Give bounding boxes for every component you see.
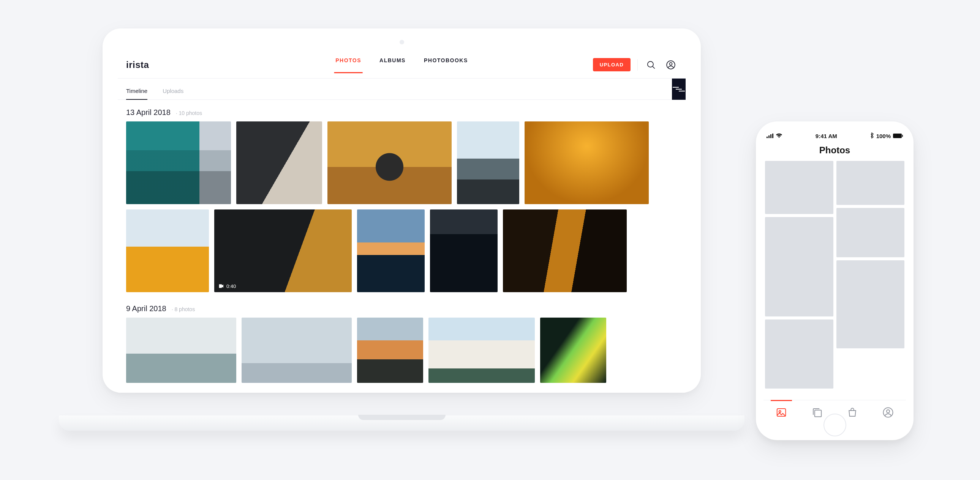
photo-thumb-honey[interactable] [525, 121, 649, 204]
photo-thumb-autumn[interactable] [328, 121, 452, 204]
photo-thumb-snow-girl[interactable] [837, 260, 905, 349]
photo-thumb-town[interactable] [428, 318, 535, 383]
nav-photos[interactable]: PHOTOS [336, 57, 361, 73]
photo-thumb-street[interactable] [126, 121, 231, 204]
thumb-group [126, 318, 677, 383]
upload-button[interactable]: UPLOAD [593, 58, 630, 71]
date-group-header: 9 April 2018 8 photos [126, 304, 677, 313]
separator [637, 59, 638, 71]
svg-point-11 [779, 410, 781, 412]
nav-photobooks[interactable]: PHOTOBOOKS [424, 57, 468, 73]
photo-thumb-birds[interactable] [242, 318, 352, 383]
brand-logo: irista [126, 60, 149, 70]
sub-tab-bar: Timeline Uploads [118, 79, 686, 100]
photo-thumb-ice[interactable] [126, 318, 236, 383]
photo-timeline: 13 April 2018 10 photos 0:40 9 April 201… [118, 100, 686, 393]
svg-line-1 [652, 67, 654, 68]
battery-icon [893, 133, 903, 139]
photo-thumb-aurora[interactable] [540, 318, 606, 383]
photo-thumb-forest[interactable] [503, 209, 627, 292]
svg-point-14 [886, 410, 889, 413]
svg-rect-12 [815, 410, 821, 417]
photo-thumb-honey[interactable] [765, 320, 834, 388]
photo-thumb-lighthouse[interactable] [357, 318, 423, 383]
group-date: 9 April 2018 [126, 304, 166, 313]
photo-grid [764, 161, 906, 388]
svg-rect-6 [770, 134, 772, 138]
subtab-uploads[interactable]: Uploads [162, 88, 183, 100]
svg-rect-8 [893, 133, 902, 138]
tab-account-icon[interactable] [880, 405, 896, 420]
wifi-icon [776, 133, 783, 139]
subtab-timeline[interactable]: Timeline [126, 88, 147, 100]
svg-rect-5 [768, 135, 770, 138]
tab-shop-icon[interactable] [845, 405, 860, 420]
svg-point-0 [648, 61, 653, 67]
laptop-camera [399, 40, 404, 44]
svg-rect-7 [772, 133, 773, 138]
mobile-app: 9:41 AM 100% Photos [764, 129, 906, 432]
svg-rect-9 [902, 135, 903, 137]
desktop-app: irista PHOTOS ALBUMS PHOTOBOOKS UPLOAD [118, 51, 686, 393]
photo-thumb-sofa[interactable] [236, 121, 322, 204]
bluetooth-icon [870, 132, 874, 139]
laptop-base [59, 415, 745, 431]
photo-thumb-street[interactable] [765, 161, 834, 214]
laptop-frame: irista PHOTOS ALBUMS PHOTOBOOKS UPLOAD [103, 29, 701, 431]
photo-thumb-coast[interactable] [457, 121, 519, 204]
home-button[interactable] [824, 413, 846, 436]
battery-percent: 100% [876, 133, 891, 139]
signal-icon [767, 133, 773, 139]
photo-thumb-coast[interactable] [837, 208, 905, 257]
status-time: 9:41 AM [816, 133, 837, 139]
tab-albums-icon[interactable] [810, 405, 825, 420]
photo-thumb-sofa[interactable] [837, 161, 905, 205]
tab-photos-icon[interactable] [774, 405, 789, 420]
page-title: Photos [764, 143, 906, 161]
phone-frame: 9:41 AM 100% Photos [756, 121, 913, 440]
photo-thumb-mtn-night[interactable] [430, 209, 498, 292]
group-count: 10 photos [176, 110, 202, 116]
account-icon[interactable] [664, 59, 677, 71]
video-badge: 0:40 [218, 283, 236, 289]
search-icon[interactable] [644, 59, 657, 71]
photo-thumb-sunset[interactable] [357, 209, 425, 292]
svg-rect-4 [767, 136, 768, 138]
photo-thumb-snow-girl[interactable] [126, 209, 209, 292]
nav-albums[interactable]: ALBUMS [379, 57, 406, 73]
date-group-header: 13 April 2018 10 photos [126, 108, 677, 117]
hamburger-menu-icon[interactable] [672, 79, 686, 100]
svg-point-3 [670, 62, 672, 65]
status-bar: 9:41 AM 100% [764, 129, 906, 143]
photo-thumb-autumn[interactable] [765, 217, 834, 317]
main-nav: PHOTOS ALBUMS PHOTOBOOKS [336, 57, 468, 73]
group-count: 8 photos [172, 306, 195, 312]
top-bar: irista PHOTOS ALBUMS PHOTOBOOKS UPLOAD [118, 51, 686, 79]
group-date: 13 April 2018 [126, 108, 170, 117]
photo-thumb-car-video[interactable]: 0:40 [214, 209, 352, 292]
thumb-group: 0:40 [126, 121, 677, 292]
